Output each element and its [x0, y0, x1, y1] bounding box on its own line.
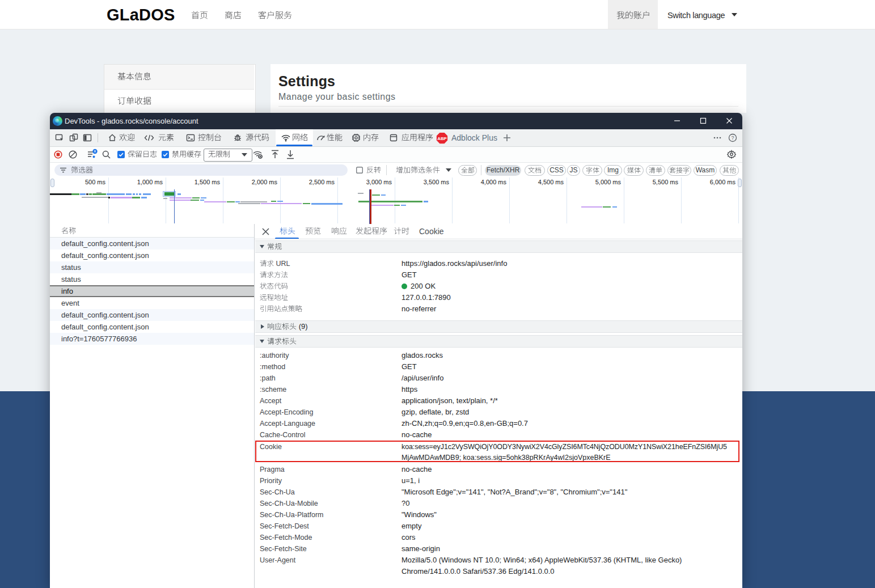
svg-text:?: ?	[731, 135, 734, 141]
svg-text:ABP: ABP	[437, 136, 447, 141]
